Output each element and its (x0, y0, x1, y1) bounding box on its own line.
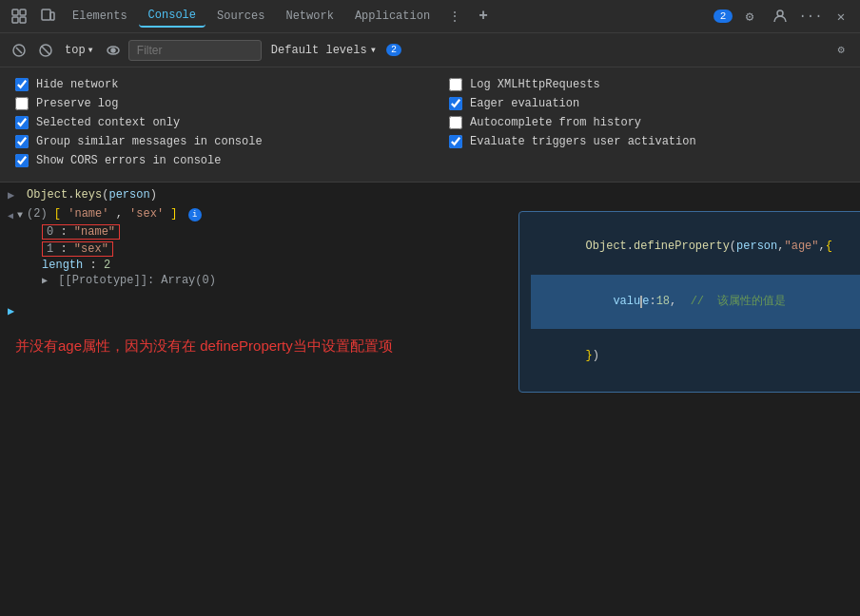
add-tab-icon[interactable]: + (470, 3, 497, 29)
notification-badge: 2 (713, 10, 733, 23)
array-content: (2) [ 'name' , 'sex' ] i 0 : "name" (27, 207, 224, 288)
obj-keys-text: Object.keys(person) (27, 188, 157, 202)
evaluate-triggers-label: Evaluate triggers user activation (470, 135, 696, 148)
preserve-log-label: Preserve log (36, 97, 118, 110)
group-similar-checkbox[interactable] (15, 135, 29, 148)
array-item-0-content: 0 : "name" (42, 224, 120, 240)
device-icon[interactable] (34, 3, 61, 29)
tab-network[interactable]: Network (276, 6, 342, 27)
obj-keys-line[interactable]: ▶ Object.keys(person) (0, 186, 860, 205)
code-line-3: }) (531, 329, 860, 384)
svg-rect-2 (20, 10, 26, 15)
profile-icon[interactable] (767, 3, 793, 29)
console-output-area: ▶ Object.keys(person) ◀ ▼ (2) [ 'name' ,… (0, 183, 860, 588)
selected-context-row: Selected context only (15, 113, 430, 132)
log-xml-checkbox[interactable] (449, 78, 462, 91)
context-dropdown-icon: ▾ (88, 43, 94, 57)
array-length: length : 2 (42, 258, 224, 273)
svg-point-12 (111, 48, 115, 52)
evaluate-triggers-row: Evaluate triggers user activation (449, 132, 845, 151)
tab-console[interactable]: Console (139, 5, 205, 28)
evaluate-triggers-checkbox[interactable] (449, 135, 462, 148)
default-levels-label: Default levels (271, 44, 367, 57)
arrow-right-icon: ▶ (8, 188, 23, 202)
tab-application[interactable]: Application (345, 6, 440, 27)
selected-context-checkbox[interactable] (15, 116, 29, 129)
group-similar-label: Group similar messages in console (36, 135, 263, 148)
prototype-line[interactable]: ▶ [[Prototype]]: Array(0) (42, 273, 224, 288)
svg-point-6 (777, 10, 783, 16)
autocomplete-row: Autocomplete from history (449, 113, 845, 132)
preserve-log-checkbox[interactable] (15, 97, 29, 110)
tab-sources[interactable]: Sources (207, 6, 274, 27)
log-xml-row: Log XMLHttpRequests (449, 75, 845, 94)
show-cors-checkbox[interactable] (15, 154, 29, 167)
svg-line-10 (42, 46, 50, 54)
eye-icon[interactable] (102, 39, 125, 62)
chevron-down-icon[interactable]: ◀ (8, 210, 13, 221)
console-settings-icon[interactable]: ⚙ (830, 39, 852, 62)
context-label: top (65, 44, 86, 57)
svg-rect-0 (12, 10, 18, 15)
console-toolbar: top ▾ Default levels ▾ 2 ⚙ (0, 33, 860, 67)
show-cors-label: Show CORS errors in console (36, 154, 221, 167)
log-xml-label: Log XMLHttpRequests (470, 78, 600, 91)
code-line-2-highlighted: value:18, // 该属性的值是 (531, 275, 860, 330)
hide-network-label: Hide network (36, 78, 118, 91)
group-similar-row: Group similar messages in console (15, 132, 430, 151)
close-icon[interactable]: ✕ (828, 3, 854, 29)
array-expanded-items: 0 : "name" 1 : "sex" length (27, 223, 224, 288)
autocomplete-checkbox[interactable] (449, 116, 462, 129)
svg-line-8 (16, 48, 22, 53)
clear-console-icon[interactable] (8, 39, 30, 62)
array-item-1-content: 1 : "sex" (42, 241, 113, 257)
autocomplete-label: Autocomplete from history (470, 116, 641, 129)
context-selector[interactable]: top ▾ (61, 41, 98, 59)
svg-rect-1 (12, 17, 18, 23)
ban-icon[interactable] (34, 39, 57, 62)
more-options-icon[interactable]: ··· (797, 3, 824, 29)
array-expand-icon[interactable]: ▼ (17, 210, 23, 221)
code-line-1: Object.defineProperty(person,"age",{ (531, 220, 860, 275)
eager-eval-checkbox[interactable] (449, 97, 462, 110)
tab-bar: Elements Console Sources Network Applica… (0, 0, 860, 33)
array-item-0: 0 : "name" (42, 223, 224, 241)
default-levels-dropdown[interactable]: Default levels ▾ (265, 41, 382, 59)
prototype-expand-icon: ▶ (42, 276, 48, 286)
tab-elements[interactable]: Elements (63, 6, 137, 27)
console-badge: 2 (386, 44, 401, 56)
svg-rect-3 (20, 17, 26, 23)
info-icon: i (188, 208, 202, 221)
input-chevron: ▶ (8, 304, 14, 318)
array-item-1: 1 : "sex" (42, 241, 224, 258)
preserve-log-row: Preserve log (15, 94, 430, 113)
settings-icon[interactable]: ⚙ (736, 3, 763, 29)
code-block: Object.defineProperty(person,"age",{ val… (518, 211, 860, 393)
more-tabs-icon[interactable]: ⋮ (441, 3, 468, 29)
hide-network-checkbox[interactable] (15, 78, 29, 91)
show-cors-row: Show CORS errors in console (15, 151, 430, 170)
selected-context-label: Selected context only (36, 116, 180, 129)
svg-rect-4 (42, 10, 50, 20)
eager-eval-label: Eager evaluation (470, 97, 579, 110)
filter-input[interactable] (128, 40, 262, 61)
settings-panel: Hide network Preserve log Selected conte… (0, 67, 860, 183)
hide-network-row: Hide network (15, 75, 430, 94)
svg-rect-5 (50, 12, 54, 20)
eager-eval-row: Eager evaluation (449, 94, 845, 113)
array-result-container: ◀ ▼ (2) [ 'name' , 'sex' ] i 0 (0, 205, 860, 300)
levels-dropdown-icon: ▾ (370, 43, 377, 57)
inspect-icon[interactable] (6, 3, 32, 29)
